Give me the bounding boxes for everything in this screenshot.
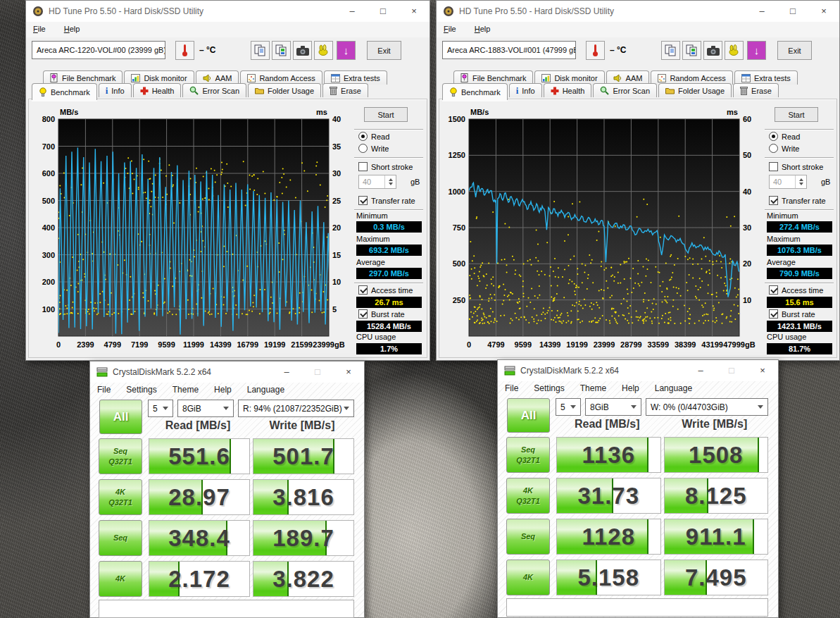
menu-file[interactable]: File (33, 25, 46, 37)
4k-button[interactable]: 4K (506, 560, 550, 595)
menu-help[interactable]: Help (475, 25, 491, 37)
tab-benchmark[interactable]: Benchmark (442, 83, 508, 100)
tab-error-scan[interactable]: Error Scan (593, 83, 657, 97)
close-button[interactable]: × (333, 361, 364, 383)
read-radio[interactable]: Read (769, 132, 800, 141)
menu-file[interactable]: File (97, 385, 111, 395)
maximize-button[interactable]: □ (716, 360, 747, 381)
menu-help[interactable]: Help (214, 385, 232, 395)
comment-box[interactable] (506, 598, 768, 617)
tab-aam[interactable]: AAM (196, 70, 239, 85)
titlebar[interactable]: HD Tune Pro 5.50 - Hard Disk/SSD Utility… (437, 1, 839, 22)
tab-file-benchmark[interactable]: File Benchmark (43, 70, 123, 85)
temperature-button[interactable] (586, 41, 605, 60)
minimize-button[interactable]: – (685, 360, 716, 381)
tab-folder-usage[interactable]: Folder Usage (248, 83, 321, 97)
read-radio[interactable]: Read (358, 132, 389, 141)
4k-button[interactable]: 4K (99, 561, 142, 597)
tab-folder-usage[interactable]: Folder Usage (658, 83, 732, 97)
seq-button[interactable]: Seq (506, 519, 550, 555)
tab-erase[interactable]: Erase (733, 83, 779, 97)
tab-aam[interactable]: AAM (606, 70, 650, 85)
target-drive-select[interactable]: W: 0% (0/44703GiB) (646, 398, 768, 416)
minimize-button[interactable]: – (271, 361, 302, 383)
close-button[interactable]: × (808, 1, 839, 22)
test-size-select[interactable]: 8GiB (585, 398, 641, 416)
tab-benchmark[interactable]: Benchmark (32, 83, 97, 100)
titlebar[interactable]: HD Tune Pro 5.50 - Hard Disk/SSD Utility… (26, 1, 430, 22)
save-results-button[interactable]: ↓ (747, 41, 766, 60)
screenshot-button[interactable] (293, 41, 312, 60)
menu-theme[interactable]: Theme (580, 383, 606, 393)
tab-disk-monitor[interactable]: Disk monitor (124, 70, 194, 85)
transfer-rate-checkbox[interactable]: Transfer rate (769, 196, 826, 205)
menu-help[interactable]: Help (622, 383, 639, 393)
seq-button[interactable]: Seq (99, 520, 142, 556)
start-button[interactable]: Start (364, 107, 408, 122)
tab-health[interactable]: Health (133, 83, 182, 97)
seq-q32t1-button[interactable]: SeqQ32T1 (99, 438, 142, 474)
transfer-rate-checkbox[interactable]: Transfer rate (358, 196, 415, 205)
write-radio[interactable]: Write (769, 144, 799, 153)
4k-q32t1-button[interactable]: 4KQ32T1 (506, 478, 550, 514)
menu-file[interactable]: File (444, 25, 456, 37)
minimize-button[interactable]: – (746, 1, 777, 22)
close-button[interactable]: × (747, 360, 778, 381)
exit-button[interactable]: Exit (777, 41, 812, 60)
burst-rate-checkbox[interactable]: Burst rate (769, 309, 815, 319)
drive-select[interactable]: Areca ARC-1883-VOL#001 (47999 gB) (442, 41, 576, 59)
tab-erase[interactable]: Erase (322, 83, 368, 97)
close-button[interactable]: × (399, 1, 430, 22)
menu-settings[interactable]: Settings (126, 385, 156, 395)
menu-language[interactable]: Language (655, 383, 692, 393)
tab-random-access[interactable]: Random Access (651, 70, 732, 85)
start-button[interactable]: Start (775, 107, 818, 122)
maximize-button[interactable]: □ (368, 1, 399, 22)
copy-image-button[interactable] (272, 41, 291, 60)
4k-q32t1-button[interactable]: 4KQ32T1 (99, 479, 142, 515)
test-size-select[interactable]: 8GiB (177, 400, 234, 417)
tab-error-scan[interactable]: Error Scan (182, 83, 246, 97)
copy-text-button[interactable] (251, 41, 270, 60)
titlebar[interactable]: CrystalDiskMark 5.2.2 x64 – □ × (498, 360, 778, 381)
menu-language[interactable]: Language (247, 385, 284, 395)
minimize-button[interactable]: – (337, 1, 368, 22)
copy-text-button[interactable] (661, 41, 680, 60)
tab-random-access[interactable]: Random Access (240, 70, 322, 85)
target-drive-select[interactable]: R: 94% (21087/22352GiB) (238, 400, 354, 417)
titlebar[interactable]: CrystalDiskMark 5.2.2 x64 – □ × (90, 361, 364, 383)
seq-q32t1-button[interactable]: SeqQ32T1 (506, 437, 550, 473)
menu-settings[interactable]: Settings (534, 383, 564, 393)
menu-file[interactable]: File (505, 383, 518, 393)
maximize-button[interactable]: □ (302, 361, 333, 383)
burst-rate-checkbox[interactable]: Burst rate (358, 309, 405, 319)
temperature-button[interactable] (175, 41, 194, 60)
menu-help[interactable]: Help (64, 25, 80, 37)
tab-extra-tests[interactable]: Extra tests (324, 70, 387, 85)
tab-disk-monitor[interactable]: Disk monitor (534, 70, 604, 85)
save-results-button[interactable]: ↓ (337, 41, 356, 60)
maximize-button[interactable]: □ (777, 1, 808, 22)
write-radio[interactable]: Write (358, 144, 389, 153)
menu-theme[interactable]: Theme (173, 385, 199, 395)
test-count-select[interactable]: 5 (556, 398, 581, 416)
options-button[interactable] (314, 41, 333, 60)
tab-extra-tests[interactable]: Extra tests (734, 70, 798, 85)
screenshot-button[interactable] (703, 41, 722, 60)
tab-file-benchmark[interactable]: File Benchmark (453, 70, 533, 85)
short-stroke-size-stepper[interactable]: 40 (358, 175, 396, 189)
access-time-checkbox[interactable]: Access time (358, 285, 413, 295)
tab-info[interactable]: iInfo (99, 83, 132, 97)
exit-button[interactable]: Exit (367, 41, 401, 60)
short-stroke-checkbox[interactable]: Short stroke (358, 162, 413, 171)
tab-info[interactable]: iInfo (509, 83, 542, 97)
options-button[interactable] (725, 41, 744, 60)
copy-image-button[interactable] (682, 41, 701, 60)
short-stroke-checkbox[interactable]: Short stroke (769, 162, 823, 171)
access-time-checkbox[interactable]: Access time (769, 285, 823, 295)
drive-select[interactable]: Areca ARC-1220-VOL#00 (23999 gB) (32, 41, 165, 59)
tab-health[interactable]: Health (544, 83, 592, 97)
comment-box[interactable] (99, 600, 354, 618)
test-count-select[interactable]: 5 (148, 400, 173, 417)
short-stroke-size-stepper[interactable]: 40 (769, 175, 807, 189)
